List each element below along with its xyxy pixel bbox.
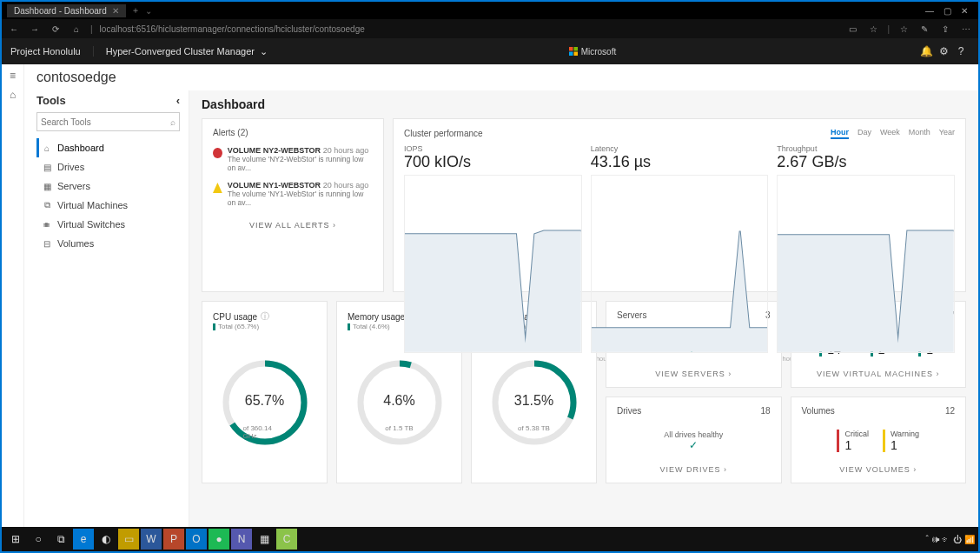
program-icon[interactable]: ▦ [254, 529, 275, 550]
gauge-title: CPU usage ⓘ [213, 310, 316, 323]
gauge-sub: of 360.14 GHz [243, 424, 287, 440]
perf-value: 2.67 GB/s [777, 153, 955, 171]
sidebar-item-volumes[interactable]: ⊟Volumes [36, 234, 189, 253]
explorer-icon[interactable]: ▭ [118, 529, 139, 550]
svg-rect-1 [573, 47, 578, 51]
perf-tab-year[interactable]: Year [939, 128, 955, 139]
sidebar-item-virtual-switches[interactable]: ⩩Virtual Switches [36, 215, 189, 234]
close-tab-icon[interactable]: ✕ [112, 6, 119, 16]
sidebar-item-virtual-machines[interactable]: ⧉Virtual Machines [36, 196, 189, 215]
sidebar-title: Tools [36, 94, 66, 107]
collapse-sidebar-icon[interactable]: ‹ [176, 94, 180, 107]
favorite-icon[interactable]: ☆ [866, 24, 880, 34]
start-button[interactable]: ⊞ [5, 529, 26, 550]
view-volumes-link[interactable]: VIEW VOLUMES › [802, 465, 956, 474]
check-icon: ✓ [689, 439, 698, 451]
tools-sidebar: Tools ‹ ⌕ ⌂Dashboard▤Drives▦Servers⧉Virt… [24, 90, 189, 527]
settings-icon[interactable]: ⚙ [935, 45, 952, 57]
more-icon[interactable]: ⋯ [959, 24, 973, 34]
project-name[interactable]: Project Honolulu [10, 46, 94, 57]
spotify-icon[interactable]: ● [209, 529, 229, 550]
word-icon[interactable]: W [141, 529, 162, 550]
help-icon[interactable]: ? [952, 45, 970, 57]
search-tools-box[interactable]: ⌕ [36, 112, 180, 131]
stat-warning: Warning1 [883, 430, 919, 452]
sidebar-item-drives[interactable]: ▤Drives [36, 157, 189, 177]
view-all-alerts-link[interactable]: VIEW ALL ALERTS › [213, 221, 373, 230]
chevron-down-icon[interactable]: ⌄ [145, 6, 152, 16]
reading-mode-icon[interactable]: ▭ [845, 24, 859, 34]
perf-label: IOPS [404, 144, 582, 153]
info-icon[interactable]: ⓘ [261, 310, 269, 323]
nav-icon: ▦ [42, 182, 52, 191]
forward-button[interactable]: → [28, 24, 42, 34]
alert-item[interactable]: VOLUME NY1-WEBSTOR 20 hours agoThe volum… [213, 181, 373, 207]
window-minimize-button[interactable]: — [921, 6, 938, 16]
windows-taskbar: ⊞ ○ ⧉ e ◐ ▭ W P O ● N ▦ C ˆ 🕪 ᯤ ⏻ 📶 [2, 527, 978, 551]
home-button[interactable]: ⌂ [70, 24, 83, 34]
onenote-icon[interactable]: N [231, 529, 252, 550]
home-icon[interactable]: ⌂ [10, 89, 16, 101]
nav-rail: ≡ ⌂ [2, 64, 24, 527]
sidebar-item-servers[interactable]: ▦Servers [36, 177, 189, 196]
perf-header: Cluster performance [404, 129, 483, 138]
volumes-title: Volumes [802, 406, 835, 416]
view-vms-link[interactable]: VIEW VIRTUAL MACHINES › [802, 370, 956, 378]
gauge-total: Total (65.7%) [213, 323, 316, 330]
perf-tab-week[interactable]: Week [880, 128, 900, 139]
task-view-button[interactable]: ⧉ [50, 529, 71, 550]
perf-tab-day[interactable]: Day [858, 128, 871, 139]
share-icon[interactable]: ⇪ [938, 24, 952, 34]
tray-icons[interactable]: ˆ 🕪 ᯤ ⏻ 📶 [926, 535, 975, 544]
sidebar-item-dashboard[interactable]: ⌂Dashboard [36, 138, 189, 157]
pen-icon[interactable]: ✎ [917, 24, 931, 34]
cluster-manager-dropdown[interactable]: Hyper-Converged Cluster Manager ⌄ [106, 46, 268, 57]
drives-title: Drives [617, 406, 641, 416]
view-servers-link[interactable]: VIEW SERVERS › [617, 370, 771, 378]
perf-throughput: Throughput2.67 GB/s1 hour agoNow [777, 144, 955, 363]
search-tools-input[interactable] [41, 117, 170, 127]
perf-tab-hour[interactable]: Hour [831, 128, 849, 139]
gauge-sub: of 5.38 TB [518, 424, 550, 432]
powerpoint-icon[interactable]: P [163, 529, 184, 550]
sidebar-item-label: Drives [57, 162, 84, 172]
perf-tab-month[interactable]: Month [909, 128, 930, 139]
sparkline [777, 175, 955, 353]
window-close-button[interactable]: ✕ [956, 6, 973, 16]
alert-item[interactable]: VOLUME NY2-WEBSTOR 20 hours agoThe volum… [213, 146, 373, 172]
url-field[interactable]: localhost:6516/hiclustermanager/connecti… [100, 24, 839, 34]
cortana-button[interactable]: ○ [28, 529, 49, 550]
nav-icon: ⌂ [42, 143, 52, 153]
donut-chart: 31.5%of 5.38 TB [491, 359, 578, 446]
tab-title: Dashboard - Dashboard [14, 6, 107, 16]
gauge-value: 65.7% [245, 393, 284, 409]
gauge-value: 31.5% [514, 393, 553, 409]
nav-icon: ▤ [42, 163, 52, 172]
outlook-icon[interactable]: O [186, 529, 207, 550]
new-tab-button[interactable]: ＋ [131, 4, 140, 17]
hamburger-icon[interactable]: ≡ [10, 70, 16, 82]
perf-label: Latency [591, 144, 769, 153]
cluster-performance-card: Cluster performance HourDayWeekMonthYear… [393, 118, 966, 292]
refresh-button[interactable]: ⟳ [49, 24, 63, 34]
donut-chart: 65.7%of 360.14 GHz [222, 359, 308, 446]
sidebar-item-label: Virtual Machines [57, 200, 128, 210]
view-drives-link[interactable]: VIEW DRIVES › [617, 465, 771, 474]
chrome-icon[interactable]: ◐ [96, 529, 116, 550]
notifications-icon[interactable]: 🔔 [917, 45, 935, 57]
nav-icon: ⩩ [42, 220, 52, 230]
alerts-header: Alerts (2) [213, 128, 373, 137]
camtasia-icon[interactable]: C [276, 529, 297, 550]
edge-icon[interactable]: e [73, 529, 94, 550]
perf-iops: IOPS700 kIO/s1 hour agoNow [404, 144, 582, 363]
drives-status: All drives healthy [664, 430, 723, 439]
browser-tab[interactable]: Dashboard - Dashboard ✕ [7, 4, 126, 17]
back-button[interactable]: ← [7, 24, 21, 34]
window-maximize-button[interactable]: ▢ [938, 6, 956, 16]
favorites-icon[interactable]: ☆ [897, 24, 910, 34]
svg-rect-0 [569, 47, 573, 51]
perf-time-tabs: HourDayWeekMonthYear [831, 128, 955, 139]
perf-value: 43.16 µs [591, 153, 769, 171]
search-icon: ⌕ [170, 117, 175, 127]
sidebar-item-label: Dashboard [57, 143, 104, 153]
